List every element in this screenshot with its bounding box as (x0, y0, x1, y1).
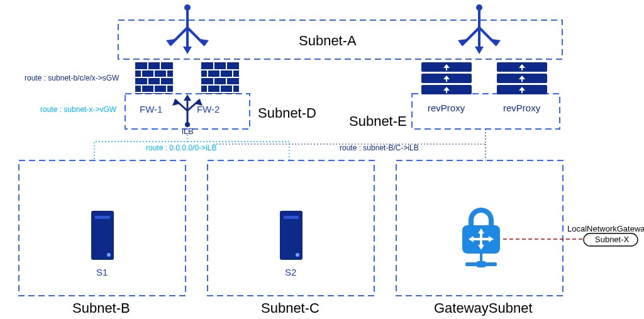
s1-label: S1 (96, 267, 108, 277)
gateway-subnet-label: GatewaySubnet (434, 300, 533, 316)
svg-point-68 (296, 253, 299, 257)
fw1-label: FW-1 (140, 104, 162, 115)
load-balancer-right-icon (458, 4, 501, 54)
server-s2-icon (280, 211, 303, 260)
svg-rect-64 (95, 216, 110, 219)
subnet-x-label: Subnet-X (595, 235, 630, 244)
subnet-a-label: Subnet-A (299, 33, 357, 48)
firewall-1-icon (135, 62, 173, 94)
route-sgw-label: route : subnet-b/c/e/x->sGW (25, 74, 119, 82)
revproxy-2-icon (497, 62, 547, 94)
svg-rect-78 (477, 261, 486, 267)
route-bc-label: route : subnet-B/C->iLB (340, 143, 419, 152)
s2-label: S2 (285, 267, 296, 277)
ilb-label: iLB (182, 126, 194, 136)
svg-rect-75 (474, 238, 489, 240)
fw2-label: FW-2 (197, 104, 219, 115)
subnet-b-label: Subnet-B (72, 300, 130, 316)
svg-marker-4 (183, 47, 192, 54)
svg-marker-9 (475, 47, 484, 54)
vpn-gateway-icon (462, 208, 500, 267)
subnet-e-label: Subnet-E (349, 113, 407, 129)
revproxy2-label: revProxy (503, 103, 541, 113)
svg-rect-67 (284, 216, 299, 219)
svg-point-65 (107, 253, 111, 257)
load-balancer-top-icon (166, 4, 209, 54)
route-vgw-label: route : subnet-x->vGW (40, 105, 117, 114)
route-default-label: route : 0.0.0.0/0->iLB (146, 143, 216, 152)
svg-marker-44 (184, 94, 191, 101)
lng-label: LocalNetworkGateway (567, 224, 644, 233)
revproxy-1-icon (421, 62, 472, 94)
server-s1-icon (91, 211, 114, 260)
revproxy1-label: revProxy (428, 103, 465, 113)
firewall-2-icon (201, 62, 239, 94)
subnet-d-label: Subnet-D (258, 105, 316, 121)
subnet-c-label: Subnet-C (261, 300, 319, 316)
